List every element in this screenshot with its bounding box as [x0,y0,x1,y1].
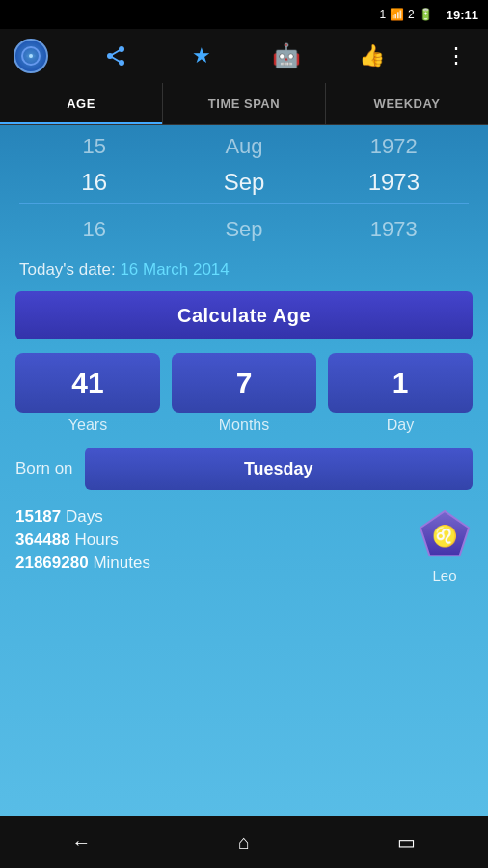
date-picker-top-row: 15 Aug 1972 [19,127,469,166]
stat-days-num: 15187 [15,507,61,526]
share-button[interactable] [98,39,133,73]
android-icon: 🤖 [272,42,301,69]
result-row: 41 Years 7 Months 1 Day [0,353,488,434]
years-value: 41 [15,353,160,413]
stat-hours-num: 364488 [15,530,70,549]
tab-age[interactable]: AGE [0,83,162,124]
android-button[interactable]: 🤖 [269,39,304,73]
tab-timespan-label: TIME SPAN [208,96,280,111]
bot-month: Sep [169,217,318,242]
days-label: Day [387,417,414,434]
top-day: 15 [19,134,169,159]
today-section: Today's date: 16 March 2014 [0,251,488,291]
svg-point-1 [29,54,33,58]
tab-weekday[interactable]: WEEKDAY [326,83,488,124]
bot-year: 1973 [319,217,469,242]
months-label: Months [219,417,269,434]
stat-minutes-line: 21869280 Minutes [15,554,150,573]
svg-line-5 [110,49,122,56]
tab-age-label: AGE [67,96,95,111]
zodiac-label: Leo [432,567,456,583]
calculate-age-button[interactable]: Calculate Age [15,291,473,339]
app-logo-circle [14,39,48,73]
stat-days-line: 15187 Days [15,507,150,527]
home-button[interactable]: ⌂ [163,816,326,868]
months-value: 7 [172,353,316,413]
recents-icon: ▭ [397,830,416,854]
more-button[interactable]: ⋮ [440,39,474,73]
stats-text: 15187 Days 364488 Hours 21869280 Minutes [15,507,150,573]
days-value: 1 [328,353,473,413]
stat-hours-label: Hours [74,530,118,549]
network-icon: 1 [379,8,386,21]
star-icon: ★ [192,43,211,68]
years-label: Years [68,417,107,434]
sim-icon: 2 [408,8,415,21]
days-result: 1 Day [328,353,473,434]
like-button[interactable]: 👍 [355,39,390,73]
mid-day: 16 [19,169,169,196]
date-picker-bottom-row: 16 Sep 1973 [19,210,469,249]
calc-btn-area: Calculate Age [0,291,488,353]
recents-button[interactable]: ▭ [325,816,488,868]
like-icon: 👍 [359,43,385,68]
top-month: Aug [169,134,318,159]
svg-text:♌: ♌ [432,524,458,549]
months-result: 7 Months [172,353,316,434]
svg-line-6 [110,56,122,63]
status-bar: 1 📶 2 🔋 19:11 [0,0,488,29]
tab-timespan[interactable]: TIME SPAN [163,83,325,124]
stats-section: 15187 Days 364488 Hours 21869280 Minutes… [0,500,488,583]
years-result: 41 Years [15,353,160,434]
status-icons: 1 📶 2 🔋 [379,8,432,21]
bottom-nav: ← ⌂ ▭ [0,816,488,868]
star-button[interactable]: ★ [184,39,219,73]
born-day-button[interactable]: Tuesday [85,448,473,490]
top-year: 1972 [319,134,469,159]
tab-weekday-label: WEEKDAY [374,96,441,111]
mid-year: 1973 [319,169,469,196]
stat-minutes-num: 21869280 [15,554,89,572]
zodiac-badge: ♌ Leo [417,507,473,583]
today-date: 16 March 2014 [120,260,229,279]
mid-month: Sep [169,169,318,196]
back-icon: ← [71,831,91,854]
app-logo[interactable] [14,39,48,73]
signal-icon: 📶 [390,8,404,21]
home-icon: ⌂ [238,831,250,854]
status-time: 19:11 [447,8,478,22]
date-picker[interactable]: 15 Aug 1972 16 Sep 1973 16 Sep 1973 [0,125,488,251]
born-on-label: Born on [15,459,73,478]
stat-hours-line: 364488 Hours [15,530,150,550]
date-picker-middle-row[interactable]: 16 Sep 1973 [19,166,469,204]
leo-pentagon: ♌ [417,507,473,563]
stat-minutes-label: Minutes [93,554,150,572]
battery-icon: 🔋 [419,8,433,21]
stat-days-label: Days [66,507,103,526]
born-on-row: Born on Tuesday [0,440,488,500]
bot-day: 16 [19,217,169,242]
today-text: Today's date: 16 March 2014 [19,260,230,279]
today-label: Today's date: [19,260,120,279]
top-nav: ★ 🤖 👍 ⋮ [0,29,488,83]
back-button[interactable]: ← [0,816,163,868]
tab-bar: AGE TIME SPAN WEEKDAY [0,83,488,125]
more-icon: ⋮ [446,43,468,68]
